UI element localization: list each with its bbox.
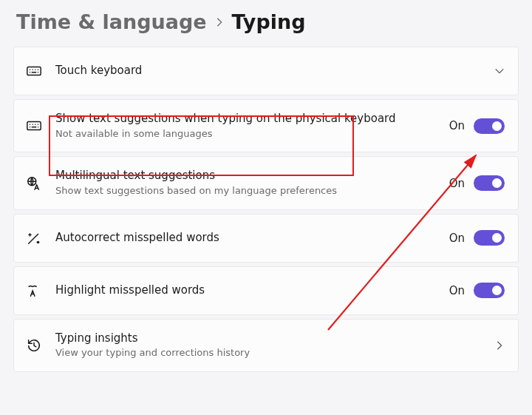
settings-list: Touch keyboard Show text suggestions whe… xyxy=(13,47,519,372)
multilingual-suggestions-row: Multilingual text suggestions Show text … xyxy=(13,156,519,209)
globe-language-icon xyxy=(26,175,42,192)
multilingual-title: Multilingual text suggestions xyxy=(55,169,436,183)
show-text-suggestions-subtitle: Not available in some languages xyxy=(55,128,436,141)
autocorrect-row: Autocorrect misspelled words On xyxy=(13,214,519,263)
highlight-toggle[interactable] xyxy=(474,283,505,298)
magic-wand-icon xyxy=(26,230,42,246)
autocorrect-title: Autocorrect misspelled words xyxy=(55,231,436,246)
typing-insights-title: Typing insights xyxy=(55,331,481,346)
highlight-title: Highlight misspelled words xyxy=(55,283,436,298)
breadcrumb: Time & language Typing xyxy=(13,10,519,33)
history-icon xyxy=(26,337,42,354)
chevron-down-icon xyxy=(494,66,505,76)
multilingual-subtitle: Show text suggestions based on my langua… xyxy=(55,185,436,198)
toggle-state-label: On xyxy=(449,284,465,297)
svg-point-3 xyxy=(37,240,40,243)
chevron-right-icon xyxy=(494,340,505,351)
toggle-state-label: On xyxy=(449,232,465,245)
show-text-suggestions-title: Show text suggestions when typing on the… xyxy=(55,112,436,126)
keyboard-icon xyxy=(26,63,42,79)
highlight-misspelled-row: Highlight misspelled words On xyxy=(13,266,519,315)
typing-insights-row[interactable]: Typing insights View your typing and cor… xyxy=(13,319,519,372)
typing-insights-subtitle: View your typing and corrections history xyxy=(55,347,481,360)
chevron-right-icon xyxy=(214,17,225,27)
touch-keyboard-row[interactable]: Touch keyboard xyxy=(13,47,519,95)
keyboard-icon xyxy=(26,118,42,134)
autocorrect-toggle[interactable] xyxy=(474,230,505,246)
toggle-state-label: On xyxy=(449,119,465,132)
multilingual-toggle[interactable] xyxy=(474,175,505,191)
svg-rect-1 xyxy=(27,122,41,130)
svg-rect-0 xyxy=(27,67,41,75)
spellcheck-icon xyxy=(26,283,42,299)
toggle-state-label: On xyxy=(449,177,465,190)
breadcrumb-parent-link[interactable]: Time & language xyxy=(16,10,207,33)
show-text-suggestions-toggle[interactable] xyxy=(474,118,505,134)
page-title: Typing xyxy=(232,10,306,33)
show-text-suggestions-row: Show text suggestions when typing on the… xyxy=(13,99,519,152)
touch-keyboard-title: Touch keyboard xyxy=(55,64,481,78)
